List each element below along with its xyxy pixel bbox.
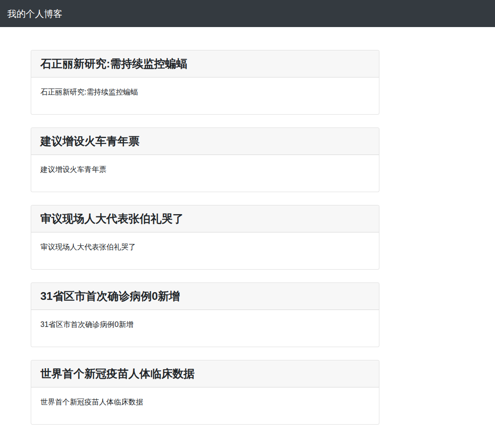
post-body-text: 31省区市首次确诊病例0新增 [40, 319, 370, 330]
post-title: 31省区市首次确诊病例0新增 [40, 288, 370, 304]
post-card-header: 石正丽新研究:需持续监控蝙蝠 [31, 50, 379, 77]
post-title: 石正丽新研究:需持续监控蝙蝠 [40, 56, 370, 72]
post-card-body: 石正丽新研究:需持续监控蝙蝠 [31, 77, 379, 114]
post-card-body: 31省区市首次确诊病例0新增 [31, 310, 379, 347]
post-title: 世界首个新冠疫苗人体临床数据 [40, 366, 370, 382]
post-card-header: 31省区市首次确诊病例0新增 [31, 283, 379, 310]
post-card: 审议现场人大代表张伯礼哭了 审议现场人大代表张伯礼哭了 [31, 205, 379, 270]
post-body-text: 审议现场人大代表张伯礼哭了 [40, 242, 370, 253]
post-card-header: 世界首个新冠疫苗人体临床数据 [31, 360, 379, 387]
top-navbar: 我的个人博客 [0, 0, 495, 27]
post-body-text: 建议增设火车青年票 [40, 164, 370, 175]
post-card-header: 审议现场人大代表张伯礼哭了 [31, 205, 379, 232]
post-card: 31省区市首次确诊病例0新增 31省区市首次确诊病例0新增 [31, 282, 379, 347]
post-title: 建议增设火车青年票 [40, 133, 370, 149]
post-body-text: 世界首个新冠疫苗人体临床数据 [40, 397, 370, 408]
post-card-body: 世界首个新冠疫苗人体临床数据 [31, 387, 379, 424]
post-body-text: 石正丽新研究:需持续监控蝙蝠 [40, 87, 370, 98]
post-list: 石正丽新研究:需持续监控蝙蝠 石正丽新研究:需持续监控蝙蝠 建议增设火车青年票 … [31, 27, 379, 448]
navbar-brand[interactable]: 我的个人博客 [7, 7, 62, 21]
post-title: 审议现场人大代表张伯礼哭了 [40, 211, 370, 227]
post-card-header: 建议增设火车青年票 [31, 128, 379, 155]
post-card-body: 审议现场人大代表张伯礼哭了 [31, 232, 379, 269]
post-card: 石正丽新研究:需持续监控蝙蝠 石正丽新研究:需持续监控蝙蝠 [31, 50, 379, 115]
post-card: 世界首个新冠疫苗人体临床数据 世界首个新冠疫苗人体临床数据 [31, 360, 379, 425]
post-card-body: 建议增设火车青年票 [31, 155, 379, 192]
post-card: 建议增设火车青年票 建议增设火车青年票 [31, 127, 379, 192]
